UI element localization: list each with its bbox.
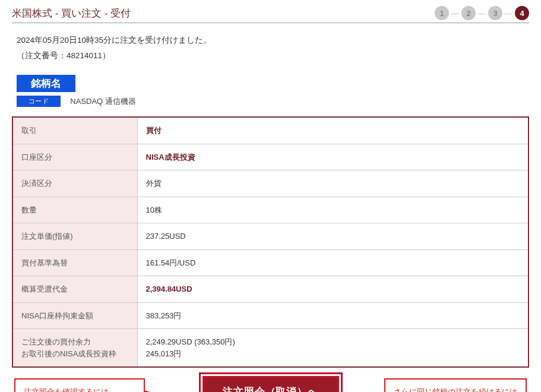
row-label: ご注文後の買付余力お取引後のNISA成長投資枠 xyxy=(12,329,137,368)
row-label: NISA口座枠拘束金額 xyxy=(12,302,137,329)
callout-left: 注文照会を確認するには「注文照会（取消）へ」ボタンをクリックしてください。 xyxy=(14,378,145,392)
callout-right: さらに同じ銘柄の注文を続けるには「同じ銘柄の注文入力へ」ボタンをクリックしてくだ… xyxy=(384,378,527,392)
table-row: 概算受渡代金2,394.84USD xyxy=(12,276,529,303)
table-row: 決済区分外貨 xyxy=(12,170,529,197)
row-value: 383,253円 xyxy=(137,302,529,329)
stock-name-badge: 銘柄名 xyxy=(17,75,75,92)
row-value: 2,249.29USD (363,350円)245,013円 xyxy=(137,329,529,368)
step-separator: — xyxy=(505,9,512,18)
step-separator: — xyxy=(478,9,486,18)
receipt-message: 2024年05月20日10時35分に注文を受け付けました。 xyxy=(17,33,529,48)
page-title: 米国株式 - 買い注文 - 受付 xyxy=(12,7,131,20)
table-row: ご注文後の買付余力お取引後のNISA成長投資枠2,249.29USD (363,… xyxy=(12,329,529,368)
step-2: 2 xyxy=(461,6,476,20)
order-detail-table: 取引買付口座区分NISA成長投資決済区分外貨数量10株注文単価(指値)237.2… xyxy=(12,116,529,368)
row-label: 取引 xyxy=(12,117,137,144)
row-value: NISA成長投資 xyxy=(137,144,529,170)
row-label: 買付基準為替 xyxy=(12,249,137,276)
step-4: 4 xyxy=(515,6,529,20)
table-row: 注文単価(指値)237.25USD xyxy=(12,223,529,250)
row-label: 注文単価(指値) xyxy=(12,223,137,250)
stock-code-badge: コード xyxy=(17,96,61,107)
table-row: 口座区分NISA成長投資 xyxy=(12,144,529,170)
row-label: 決済区分 xyxy=(12,170,137,197)
order-inquiry-cancel-button[interactable]: 注文照会（取消）へ xyxy=(203,376,339,392)
row-value: 237.25USD xyxy=(137,223,529,250)
row-value: 2,394.84USD xyxy=(137,276,529,303)
step-separator: — xyxy=(451,9,459,18)
row-value: 161.54円/USD xyxy=(137,249,529,276)
order-number-label: （注文番号：48214011） xyxy=(17,48,529,64)
step-1: 1 xyxy=(435,6,449,20)
row-label: 口座区分 xyxy=(12,144,137,170)
row-label: 数量 xyxy=(12,197,137,223)
row-value: 外貨 xyxy=(137,170,529,197)
step-3: 3 xyxy=(488,6,502,20)
table-row: NISA口座枠拘束金額383,253円 xyxy=(12,302,529,329)
stock-market-label: NASDAQ 通信機器 xyxy=(70,96,136,107)
progress-stepper: 1—2—3—4 xyxy=(435,6,529,20)
table-row: 数量10株 xyxy=(12,197,529,223)
row-label: 概算受渡代金 xyxy=(12,276,137,303)
callout-right-text: さらに同じ銘柄の注文を続けるには「同じ銘柄の注文入力へ」ボタンをクリックしてくだ… xyxy=(394,388,517,392)
table-row: 取引買付 xyxy=(12,117,529,144)
row-value: 買付 xyxy=(137,117,529,144)
row-value: 10株 xyxy=(137,197,529,223)
callout-left-text: 注文照会を確認するには「注文照会（取消）へ」ボタンをクリックしてください。 xyxy=(24,388,124,392)
table-row: 買付基準為替161.54円/USD xyxy=(12,249,529,276)
